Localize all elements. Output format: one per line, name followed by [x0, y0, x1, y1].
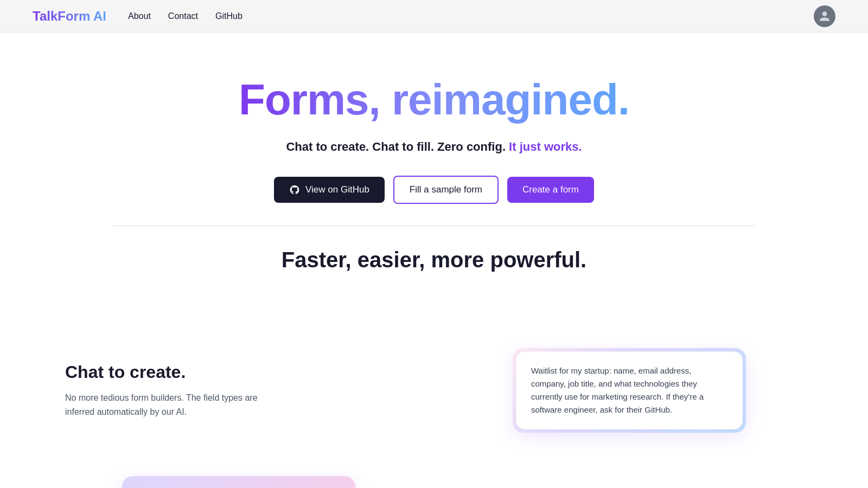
feature-text-chat-create: Chat to create. No more tedious form bui… [65, 362, 412, 419]
fill-sample-form-button[interactable]: Fill a sample form [393, 176, 499, 204]
hero-title: Forms, reimagined. [239, 76, 629, 124]
nav-item-contact[interactable]: Contact [168, 11, 198, 21]
feature-visual-chat-create: Waitlist for my startup: name, email add… [456, 348, 803, 433]
nav-link-about[interactable]: About [128, 11, 151, 21]
features-section-title: Faster, easier, more powerful. [282, 248, 586, 272]
chat-create-text: Waitlist for my startup: name, email add… [531, 366, 704, 414]
hero-subtitle: Chat to create. Chat to fill. Zero confi… [286, 140, 582, 154]
chat-create-bubble: Waitlist for my startup: name, email add… [516, 351, 743, 429]
view-on-github-button[interactable]: View on GitHub [274, 177, 385, 203]
nav-item-about[interactable]: About [128, 11, 151, 21]
nav-item-github[interactable]: GitHub [215, 11, 242, 21]
chat-fill-card [122, 476, 355, 488]
feature-title-chat-create: Chat to create. [65, 362, 412, 382]
nav-link-contact[interactable]: Contact [168, 11, 198, 21]
section-divider [113, 226, 755, 226]
hero-subtitle-highlight: It just works. [506, 140, 582, 153]
feature-desc-chat-create: No more tedious form builders. The field… [65, 391, 282, 419]
user-avatar[interactable] [814, 5, 835, 27]
user-icon [819, 10, 831, 22]
hero-subtitle-plain: Chat to create. Chat to fill. Zero confi… [286, 140, 506, 153]
create-form-button[interactable]: Create a form [507, 177, 594, 203]
chat-create-card: Waitlist for my startup: name, email add… [513, 348, 746, 433]
features-section: Chat to create. No more tedious form bui… [0, 337, 868, 488]
github-button-label: View on GitHub [305, 184, 369, 195]
github-icon [289, 184, 300, 195]
nav-links: About Contact GitHub [128, 11, 814, 21]
navbar: TalkForm AI About Contact GitHub [0, 0, 868, 33]
feature-visual-chat-fill [65, 476, 412, 488]
feature-row-chat-create: Chat to create. No more tedious form bui… [33, 348, 835, 433]
hero-section: Forms, reimagined. Chat to create. Chat … [0, 33, 868, 337]
create-form-label: Create a form [522, 184, 579, 195]
hero-buttons: View on GitHub Fill a sample form Create… [274, 176, 594, 204]
brand-logo[interactable]: TalkForm AI [33, 9, 106, 24]
nav-link-github[interactable]: GitHub [215, 11, 242, 21]
feature-row-chat-fill: Chat to fill. [33, 476, 835, 488]
fill-sample-label: Fill a sample form [410, 184, 482, 195]
